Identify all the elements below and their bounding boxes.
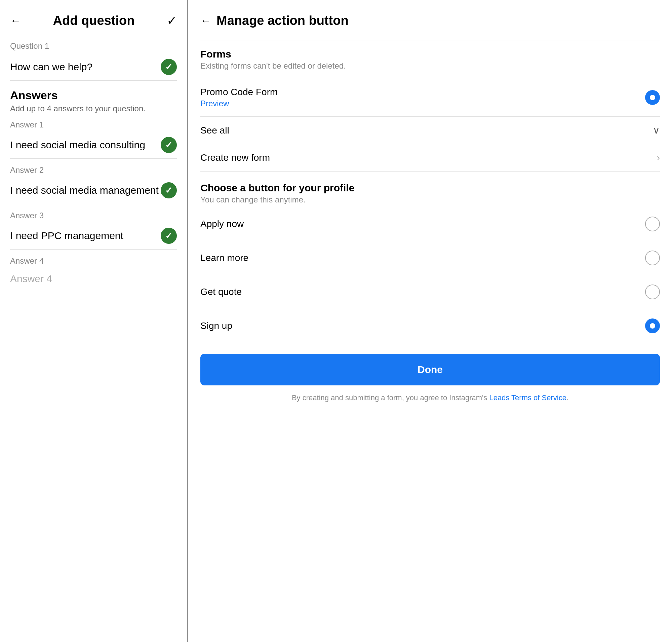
- answer-3-check-icon: [161, 228, 177, 244]
- sign-up-label: Sign up: [201, 321, 232, 331]
- left-back-button[interactable]: ←: [10, 14, 21, 27]
- answer-3-text: I need PPC management: [10, 230, 124, 242]
- footer-period: .: [566, 394, 568, 402]
- answers-section: Answers Add up to 4 answers to your ques…: [10, 89, 177, 290]
- radio-inner-dot: [650, 95, 655, 100]
- apply-now-option[interactable]: Apply now: [201, 207, 660, 241]
- done-button[interactable]: Done: [201, 354, 660, 385]
- answer-1-text: I need social media consulting: [10, 139, 145, 151]
- learn-more-option[interactable]: Learn more: [201, 241, 660, 275]
- answer-4-label: Answer 4: [10, 256, 177, 266]
- answer-1-row[interactable]: I need social media consulting: [10, 131, 177, 159]
- promo-form-name: Promo Code Form: [201, 87, 278, 98]
- answer-3-label: Answer 3: [10, 211, 177, 220]
- right-back-button[interactable]: ←: [201, 14, 211, 27]
- right-header: ← Manage action button: [201, 13, 660, 28]
- answers-subtitle: Add up to 4 answers to your question.: [10, 104, 177, 113]
- left-panel: ← Add question ✓ Question 1 How can we h…: [0, 0, 188, 642]
- promo-form-radio-selected[interactable]: [645, 90, 660, 105]
- answer-3-row[interactable]: I need PPC management: [10, 222, 177, 249]
- promo-form-details: Promo Code Form Preview: [201, 87, 278, 108]
- forms-title: Forms: [201, 49, 660, 60]
- question-row[interactable]: How can we help?: [10, 53, 177, 81]
- choose-section-subtitle: You can change this anytime.: [201, 195, 660, 204]
- get-quote-label: Get quote: [201, 286, 242, 297]
- sign-up-radio-inner: [650, 323, 655, 329]
- answer-2-row[interactable]: I need social media management: [10, 177, 177, 204]
- apply-now-radio[interactable]: [645, 217, 660, 231]
- left-header: ← Add question ✓: [10, 13, 177, 28]
- forms-section: Forms Existing forms can't be edited or …: [201, 49, 660, 171]
- forms-subtitle: Existing forms can't be edited or delete…: [201, 61, 660, 70]
- choose-button-section: Choose a button for your profile You can…: [201, 182, 660, 343]
- footer-text: By creating and submitting a form, you a…: [201, 392, 660, 403]
- question-section: Question 1 How can we help?: [10, 41, 177, 81]
- chevron-down-icon: ∨: [653, 125, 660, 136]
- answer-1-label: Answer 1: [10, 120, 177, 129]
- confirm-check-button[interactable]: ✓: [167, 14, 177, 28]
- answer-1-check-icon: [161, 137, 177, 153]
- apply-now-label: Apply now: [201, 219, 244, 229]
- right-panel-title: Manage action button: [217, 13, 349, 28]
- question-label: Question 1: [10, 41, 177, 51]
- question-text: How can we help?: [10, 61, 92, 73]
- choose-section-title: Choose a button for your profile: [201, 182, 660, 194]
- answer-4-row[interactable]: Answer 4: [10, 268, 177, 290]
- right-panel: ← Manage action button Forms Existing fo…: [188, 0, 672, 642]
- create-form-text: Create new form: [201, 152, 270, 163]
- answer-2-label: Answer 2: [10, 165, 177, 175]
- get-quote-radio[interactable]: [645, 284, 660, 299]
- chevron-right-icon: ›: [657, 152, 660, 163]
- answers-title: Answers: [10, 89, 177, 102]
- sign-up-option[interactable]: Sign up: [201, 309, 660, 343]
- promo-code-form-item[interactable]: Promo Code Form Preview: [201, 79, 660, 117]
- sign-up-radio-selected[interactable]: [645, 319, 660, 333]
- promo-form-preview-link[interactable]: Preview: [201, 99, 278, 108]
- question-check-icon: [161, 59, 177, 75]
- left-panel-title: Add question: [53, 13, 135, 28]
- see-all-text: See all: [201, 125, 229, 136]
- learn-more-radio[interactable]: [645, 251, 660, 265]
- see-all-row[interactable]: See all ∨: [201, 117, 660, 144]
- learn-more-label: Learn more: [201, 253, 248, 263]
- footer-static-text: By creating and submitting a form, you a…: [292, 394, 490, 402]
- answer-2-text: I need social media management: [10, 185, 159, 196]
- terms-of-service-link[interactable]: Leads Terms of Service: [489, 394, 566, 402]
- create-new-form-row[interactable]: Create new form ›: [201, 144, 660, 171]
- answer-2-check-icon: [161, 182, 177, 198]
- get-quote-option[interactable]: Get quote: [201, 275, 660, 309]
- answer-4-placeholder: Answer 4: [10, 273, 52, 284]
- top-divider: [201, 40, 660, 40]
